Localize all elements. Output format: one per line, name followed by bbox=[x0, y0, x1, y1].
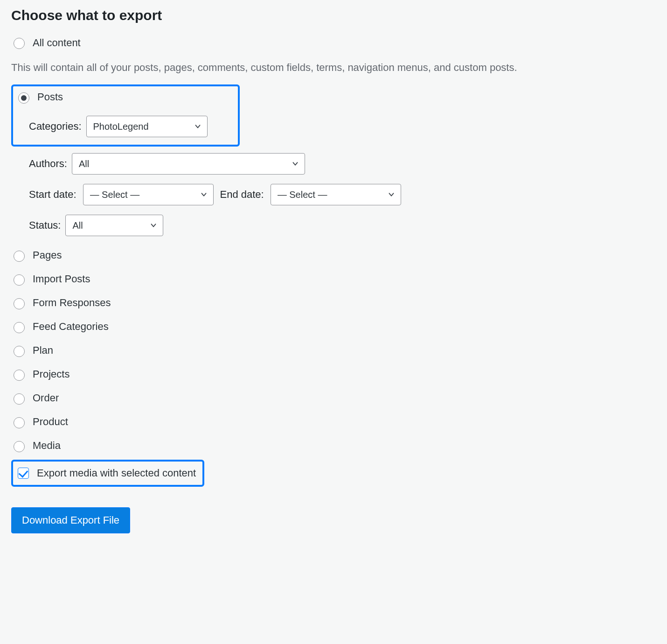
section-heading: Choose what to export bbox=[11, 7, 656, 23]
export-media-checkbox[interactable] bbox=[18, 468, 29, 479]
authors-label: Authors: bbox=[29, 158, 67, 170]
categories-select[interactable]: PhotoLegend bbox=[86, 116, 208, 137]
radio-projects[interactable] bbox=[14, 370, 25, 381]
radio-feed-categories[interactable] bbox=[14, 322, 25, 333]
export-media-label: Export media with selected content bbox=[37, 467, 196, 479]
categories-label: Categories: bbox=[29, 120, 82, 133]
radio-plan-label: Plan bbox=[33, 344, 53, 357]
radio-plan[interactable] bbox=[14, 346, 25, 357]
all-content-description: This will contain all of your posts, pag… bbox=[11, 60, 656, 75]
radio-feed-categories-label: Feed Categories bbox=[33, 321, 109, 333]
radio-projects-label: Projects bbox=[33, 368, 69, 380]
start-date-label: Start date: bbox=[29, 189, 76, 201]
start-date-select[interactable]: — Select — bbox=[83, 184, 214, 205]
radio-form-responses-label: Form Responses bbox=[33, 297, 111, 309]
radio-media[interactable] bbox=[14, 441, 25, 452]
radio-pages-label: Pages bbox=[33, 249, 62, 261]
radio-form-responses[interactable] bbox=[14, 298, 25, 309]
radio-all-content[interactable] bbox=[14, 38, 25, 49]
end-date-select[interactable]: — Select — bbox=[271, 184, 401, 205]
radio-product[interactable] bbox=[14, 417, 25, 428]
radio-posts[interactable] bbox=[18, 92, 29, 104]
radio-media-label: Media bbox=[33, 440, 61, 452]
radio-import-posts-label: Import Posts bbox=[33, 273, 90, 285]
status-label: Status: bbox=[29, 219, 61, 231]
authors-select[interactable]: All bbox=[72, 153, 305, 175]
radio-posts-label: Posts bbox=[37, 91, 63, 103]
radio-import-posts[interactable] bbox=[14, 274, 25, 286]
posts-highlight-box: Posts Categories: PhotoLegend bbox=[11, 84, 240, 147]
radio-product-label: Product bbox=[33, 416, 68, 428]
export-media-highlight-box: Export media with selected content bbox=[11, 460, 204, 487]
end-date-label: End date: bbox=[220, 189, 264, 201]
download-export-button[interactable]: Download Export File bbox=[11, 507, 130, 533]
radio-order-label: Order bbox=[33, 392, 59, 404]
status-select[interactable]: All bbox=[65, 215, 163, 236]
radio-all-content-label: All content bbox=[33, 37, 81, 49]
radio-pages[interactable] bbox=[14, 251, 25, 262]
radio-order[interactable] bbox=[14, 393, 25, 405]
